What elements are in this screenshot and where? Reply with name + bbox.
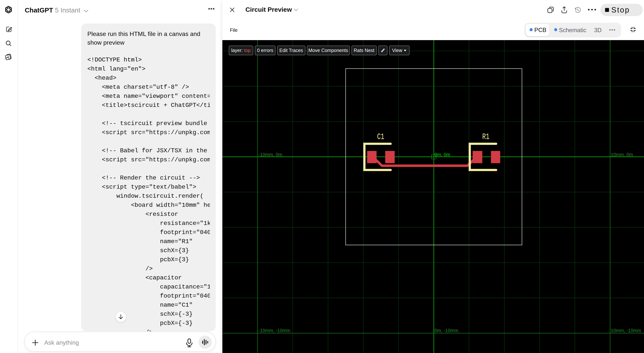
svg-text:0m, -10mm: 0m, -10mm bbox=[434, 328, 458, 333]
svg-text:C1: C1 bbox=[377, 132, 384, 142]
svg-text:-10mm, -10mm: -10mm, -10mm bbox=[258, 328, 290, 333]
svg-text:10mm, -10mm: 10mm, -10mm bbox=[611, 328, 641, 333]
svg-text:R1: R1 bbox=[482, 132, 490, 142]
svg-text:-10mm, 0m: -10mm, 0m bbox=[258, 152, 282, 157]
svg-text:0m, 0m: 0m, 0m bbox=[434, 152, 450, 157]
svg-text:10mm, 0m: 10mm, 0m bbox=[611, 152, 633, 157]
